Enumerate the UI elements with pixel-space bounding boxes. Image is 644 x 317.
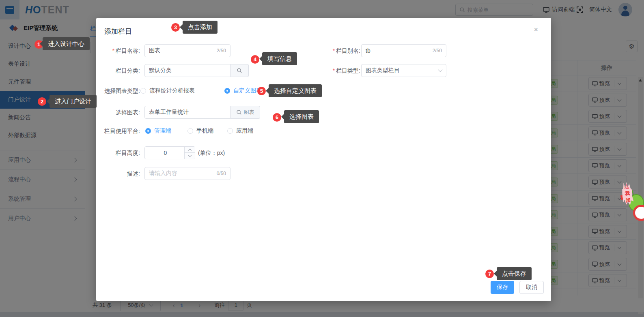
name-label: *栏目名称: — [96, 44, 140, 57]
step-badge: 4 — [251, 55, 259, 64]
radio-off-icon — [140, 88, 146, 94]
char-counter: 2/50 — [217, 48, 226, 54]
step-tooltip: 点击保存 — [497, 267, 532, 280]
type-label: *栏目类型: — [317, 64, 360, 77]
step-tooltip: 进入门户设计 — [50, 95, 97, 108]
desc-input[interactable]: 请输入内容 0/50 — [144, 167, 230, 180]
char-counter: 2/50 — [433, 48, 442, 54]
chart-search-button[interactable]: 图表 — [230, 106, 260, 119]
char-counter: 0/50 — [217, 171, 226, 176]
step-tooltip: 选择图表 — [284, 110, 319, 123]
dialog-title: 添加栏目 — [104, 27, 132, 36]
chart-input[interactable]: 表单工作量统计 — [144, 106, 230, 119]
radio-admin-platform[interactable]: 管理端 — [145, 124, 171, 137]
radio-off-icon — [227, 128, 233, 134]
step-tooltip: 点击添加 — [183, 21, 218, 34]
step-badge: 7 — [485, 270, 494, 278]
desc-label: 描述: — [96, 167, 140, 180]
category-input[interactable]: 默认分类 — [144, 64, 230, 77]
search-icon — [237, 68, 242, 73]
step-tooltip: 选择自定义图表 — [269, 84, 322, 97]
name-input[interactable]: 图表 2/50 — [144, 44, 230, 57]
dialog-footer: 保存 取消 — [491, 281, 544, 294]
close-icon[interactable]: × — [534, 26, 538, 33]
type-select[interactable]: 图表类型栏目 — [361, 64, 446, 77]
caret-down-icon — [188, 154, 192, 157]
height-label: 栏目高度: — [96, 146, 140, 159]
platform-label: 栏目使用平台: — [96, 124, 140, 137]
chart-type-label: 选择图表类型: — [96, 84, 140, 97]
step-badge: 5 — [257, 87, 266, 95]
stepper-down-button[interactable] — [185, 153, 195, 159]
radio-off-icon — [187, 128, 193, 134]
category-search-button[interactable] — [230, 64, 249, 77]
caret-up-icon — [188, 148, 192, 152]
cancel-button[interactable]: 取消 — [519, 281, 544, 294]
step-tooltip: 进入设计中心 — [43, 37, 90, 50]
step-badge: 3 — [171, 23, 180, 32]
chart-label: 选择图表: — [96, 106, 140, 119]
step-tooltip: 填写信息 — [262, 52, 297, 65]
category-label: 栏目分类: — [96, 64, 140, 77]
radio-mobile-platform[interactable]: 手机端 — [187, 124, 213, 137]
height-unit-label: (单位：px) — [198, 146, 225, 159]
add-column-dialog: 添加栏目 × *栏目名称: 图表 2/50 *栏目别名: tb 2/50 栏目分… — [96, 18, 551, 301]
radio-custom-chart[interactable]: 自定义图表 — [224, 84, 262, 97]
number-stepper — [184, 147, 195, 159]
chevron-down-icon — [438, 67, 442, 72]
search-icon — [236, 109, 242, 115]
radio-process-report[interactable]: 流程统计分析报表 — [140, 84, 195, 97]
radio-on-icon — [145, 128, 151, 134]
stepper-up-button[interactable] — [185, 147, 195, 153]
step-badge: 2 — [38, 97, 46, 106]
app-window: HOTENT 访问前端 简体中文 EIP管理系统 设计中心 表单设计 元件管理 … — [0, 0, 644, 317]
radio-on-icon — [224, 88, 230, 94]
save-button[interactable]: 保存 — [491, 281, 514, 294]
step-badge: 6 — [273, 113, 281, 122]
height-input[interactable]: 0 — [144, 146, 195, 159]
radio-app-platform[interactable]: 应用端 — [227, 124, 253, 137]
alias-input[interactable]: tb 2/50 — [361, 44, 446, 57]
alias-label: *栏目别名: — [317, 44, 360, 57]
